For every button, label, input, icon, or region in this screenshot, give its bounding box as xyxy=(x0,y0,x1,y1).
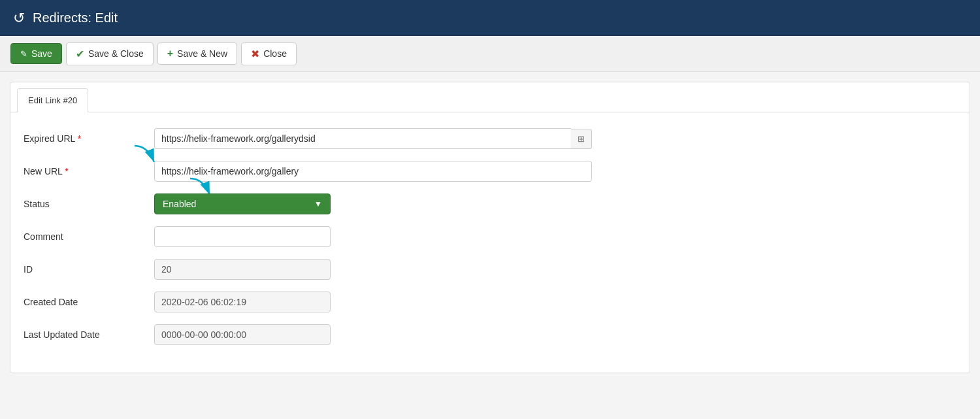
header-icon: ↺ xyxy=(13,10,25,27)
status-value: Enabled xyxy=(163,199,196,209)
plus-icon: + xyxy=(167,48,173,59)
close-label: Close xyxy=(263,48,287,59)
save-icon: ✎ xyxy=(20,49,27,59)
expired-url-input[interactable] xyxy=(154,128,571,149)
comment-control xyxy=(154,226,592,247)
new-url-input[interactable] xyxy=(154,161,592,182)
form-body: Expired URL * ⊞ xyxy=(10,112,970,373)
save-label: Save xyxy=(31,48,52,59)
page-title: Redirects: Edit xyxy=(33,10,118,25)
expired-url-row: Expired URL * ⊞ xyxy=(24,128,956,149)
save-new-label: Save & New xyxy=(177,48,227,59)
expired-url-required: * xyxy=(78,133,81,144)
created-date-input xyxy=(154,292,331,312)
comment-label: Comment xyxy=(24,231,154,242)
status-row: Status Enabled ▼ xyxy=(24,193,956,214)
check-icon: ✔ xyxy=(76,48,84,60)
grid-icon: ⊞ xyxy=(578,134,585,144)
last-updated-control xyxy=(154,324,592,345)
close-icon: ✖ xyxy=(251,48,259,60)
save-close-label: Save & Close xyxy=(88,48,144,59)
new-url-label: New URL * xyxy=(24,166,154,176)
status-control: Enabled ▼ xyxy=(154,193,592,214)
status-label: Status xyxy=(24,199,154,209)
last-updated-row: Last Updated Date xyxy=(24,324,956,345)
id-control xyxy=(154,259,592,280)
new-url-control xyxy=(154,161,592,182)
id-label: ID xyxy=(24,264,154,275)
save-close-button[interactable]: ✔ Save & Close xyxy=(66,42,154,65)
created-date-control xyxy=(154,292,592,312)
created-date-row: Created Date xyxy=(24,292,956,312)
page-header: ↺ Redirects: Edit xyxy=(0,0,980,36)
comment-input[interactable] xyxy=(154,226,331,247)
id-input xyxy=(154,259,331,280)
new-url-required: * xyxy=(65,166,68,176)
status-dropdown[interactable]: Enabled ▼ xyxy=(154,193,331,214)
save-button[interactable]: ✎ Save xyxy=(10,43,62,64)
toolbar: ✎ Save ✔ Save & Close + Save & New ✖ Clo… xyxy=(0,36,980,72)
last-updated-label: Last Updated Date xyxy=(24,329,154,340)
tab-bar: Edit Link #20 xyxy=(10,82,970,112)
close-button[interactable]: ✖ Close xyxy=(241,42,297,65)
main-content: Edit Link #20 Expired URL * ⊞ xyxy=(10,82,970,373)
chevron-down-icon: ▼ xyxy=(314,199,322,209)
tab-edit-link[interactable]: Edit Link #20 xyxy=(17,88,88,112)
id-row: ID xyxy=(24,259,956,280)
new-url-row: New URL * xyxy=(24,161,956,182)
created-date-label: Created Date xyxy=(24,297,154,307)
expired-url-input-wrapper: ⊞ xyxy=(154,128,592,149)
last-updated-input xyxy=(154,324,331,345)
comment-row: Comment xyxy=(24,226,956,247)
tab-label: Edit Link #20 xyxy=(28,95,77,105)
save-new-button[interactable]: + Save & New xyxy=(157,42,237,65)
expired-url-control: ⊞ xyxy=(154,128,592,149)
expired-url-label: Expired URL * xyxy=(24,133,154,144)
expired-url-picker-button[interactable]: ⊞ xyxy=(571,129,592,149)
